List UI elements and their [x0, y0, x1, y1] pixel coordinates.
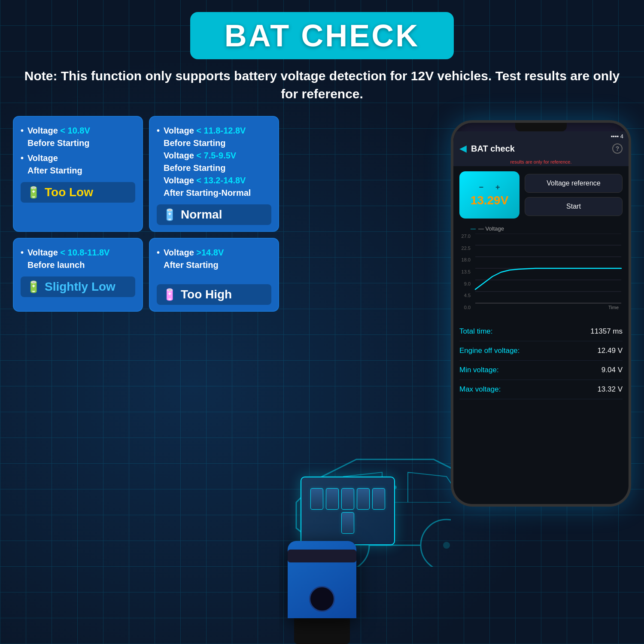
battery-display: − + 13.29V: [459, 171, 519, 219]
too-low-status-bar: 🔋 Too Low: [21, 182, 135, 203]
normal-voltage-3: < 13.2-14.8V: [196, 176, 246, 185]
too-high-label: Too High: [181, 288, 232, 301]
phone-status-bar: ▪▪▪▪ 4: [453, 131, 629, 140]
note-text: Note: This function only supports batter…: [0, 59, 644, 107]
normal-label: Normal: [181, 208, 222, 222]
signal-icon: ▪▪▪▪ 4: [611, 133, 623, 140]
battery-3d-display: [301, 477, 395, 545]
battery-section: − + 13.29V Voltage reference Start: [453, 166, 629, 222]
stat-row-engine-off: Engine off voltage: 12.49 V: [459, 341, 623, 361]
y-label-2: 18.0: [458, 257, 471, 262]
max-voltage-label: Max voltage:: [459, 385, 501, 394]
battery-cell: [372, 488, 385, 510]
stat-row-total-time: Total time: 11357 ms: [459, 322, 623, 341]
start-button[interactable]: Start: [525, 197, 623, 216]
engine-off-label: Engine off voltage:: [459, 346, 520, 355]
voltage-reference-button[interactable]: Voltage reference: [525, 174, 623, 193]
phone-screen: ▪▪▪▪ 4 ◀ BAT check ? results are only fo…: [453, 131, 629, 504]
stats-section: Total time: 11357 ms Engine off voltage:…: [453, 319, 629, 403]
chart-svg-wrapper: Time: [472, 234, 624, 317]
y-label-3: 13.5: [458, 269, 471, 274]
min-voltage-value: 9.04 V: [601, 366, 623, 374]
chart-x-label: Time: [608, 305, 619, 310]
normal-status-bar: 🔋 Normal: [157, 204, 271, 225]
battery-cell: [310, 488, 323, 510]
slightly-low-item-1: Voltage < 10.8-11.8V Before launch: [21, 246, 135, 271]
min-voltage-label: Min voltage:: [459, 366, 499, 374]
too-high-item-1: Voltage >14.8V After Starting: [157, 246, 271, 271]
obd-connector: [294, 618, 350, 644]
chart-container: 27.0 22.5 18.0 13.5 9.0 4.5 0.0: [458, 234, 624, 317]
info-panels: Voltage < 10.8VBefore Starting VoltageAf…: [13, 112, 279, 644]
normal-voltage-1: < 11.8-12.8V: [196, 126, 246, 135]
max-voltage-value: 13.32 V: [597, 385, 623, 394]
too-low-item-2: VoltageAfter Starting: [21, 152, 135, 177]
slightly-low-label: Slightly Low: [45, 280, 115, 294]
ref-note: results are only for reference.: [453, 158, 629, 166]
chart-voltage-label: — Voltage: [478, 225, 504, 232]
battery-voltage: 13.29V: [471, 194, 509, 207]
chart-voltage-line: [475, 268, 621, 289]
slightly-low-voltage: < 10.8-11.8V: [60, 248, 109, 257]
y-label-5: 4.5: [458, 293, 471, 298]
engine-off-value: 12.49 V: [597, 346, 623, 355]
total-time-label: Total time:: [459, 327, 492, 336]
phone-screen-title: BAT check: [471, 144, 608, 154]
phone-notch: [515, 123, 567, 131]
normal-item-1: Voltage < 11.8-12.8V Before Starting Vol…: [157, 125, 271, 199]
battery-cell: [326, 488, 339, 510]
main-title: BAT CHECK: [225, 18, 420, 53]
card-too-high: Voltage >14.8V After Starting 🔋 Too High: [149, 238, 279, 312]
y-label-1: 22.5: [458, 246, 471, 251]
battery-terminals: − +: [479, 183, 500, 192]
chart-legend: — — Voltage: [458, 225, 624, 232]
too-low-item-1: Voltage < 10.8VBefore Starting: [21, 125, 135, 149]
battery-cell: [357, 488, 370, 510]
total-time-value: 11357 ms: [590, 327, 623, 336]
phone-button-group: Voltage reference Start: [525, 174, 623, 216]
too-high-status-bar: 🔋 Too High: [157, 284, 271, 305]
obd-body: [288, 541, 356, 618]
too-low-label: Too Low: [45, 185, 93, 199]
y-label-0: 27.0: [458, 234, 471, 239]
phone-title-bar: ◀ BAT check ?: [453, 140, 629, 158]
obd-stripe: [288, 550, 356, 562]
card-slightly-low: Voltage < 10.8-11.8V Before launch 🔋 Sli…: [13, 238, 143, 312]
phone-mockup: ▪▪▪▪ 4 ◀ BAT check ? results are only fo…: [451, 120, 631, 507]
main-layout: Voltage < 10.8VBefore Starting VoltageAf…: [0, 107, 644, 644]
decorative-area: [279, 112, 451, 644]
too-high-list: Voltage >14.8V After Starting: [157, 246, 271, 271]
chart-svg: Time: [472, 234, 624, 315]
header: BAT CHECK: [0, 0, 644, 59]
help-button[interactable]: ?: [612, 143, 623, 154]
normal-icon: 🔋: [163, 208, 176, 222]
too-low-voltage-1: < 10.8V: [60, 126, 90, 135]
y-label-4: 9.0: [458, 281, 471, 286]
battery-cell: [341, 512, 354, 534]
chart-line-label: —: [471, 226, 476, 232]
chart-area: — — Voltage 27.0 22.5 18.0 13.5 9.0 4.5 …: [453, 222, 629, 319]
y-label-6: 0.0: [458, 305, 471, 310]
too-high-icon: 🔋: [163, 288, 176, 301]
battery-cell: [341, 488, 354, 510]
svg-point-4: [443, 542, 450, 549]
card-normal: Voltage < 11.8-12.8V Before Starting Vol…: [149, 116, 279, 232]
too-high-voltage: >14.8V: [196, 248, 224, 257]
normal-list: Voltage < 11.8-12.8V Before Starting Vol…: [157, 125, 271, 199]
too-low-list: Voltage < 10.8VBefore Starting VoltageAf…: [21, 125, 135, 177]
positive-terminal: +: [495, 183, 500, 192]
slightly-low-list: Voltage < 10.8-11.8V Before launch: [21, 246, 135, 271]
obd-device: [288, 541, 356, 644]
stat-row-max-voltage: Max voltage: 13.32 V: [459, 380, 623, 399]
slightly-low-status-bar: 🔋 Slightly Low: [21, 276, 135, 297]
title-badge: BAT CHECK: [190, 12, 454, 59]
chart-y-axis: 27.0 22.5 18.0 13.5 9.0 4.5 0.0: [458, 234, 471, 317]
negative-terminal: −: [479, 183, 483, 192]
card-too-low: Voltage < 10.8VBefore Starting VoltageAf…: [13, 116, 143, 232]
obd-button: [309, 586, 335, 612]
stat-row-min-voltage: Min voltage: 9.04 V: [459, 361, 623, 380]
too-low-icon: 🔋: [27, 186, 40, 199]
normal-voltage-2: < 7.5-9.5V: [196, 151, 236, 160]
slightly-low-icon: 🔋: [27, 280, 40, 294]
back-button[interactable]: ◀: [459, 143, 467, 154]
